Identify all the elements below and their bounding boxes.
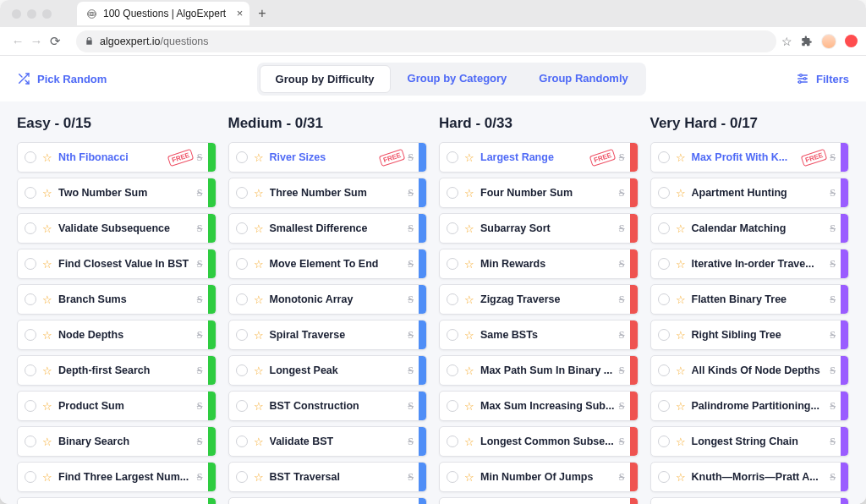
star-icon[interactable]: ☆ xyxy=(464,151,474,164)
scratchpad-icon[interactable]: S xyxy=(619,258,625,271)
scratchpad-icon[interactable]: S xyxy=(197,151,203,164)
window-controls[interactable] xyxy=(8,9,52,19)
scratchpad-icon[interactable]: S xyxy=(830,187,836,200)
question-card[interactable]: ☆Find Closest Value In BSTS xyxy=(17,249,216,279)
scratchpad-icon[interactable]: S xyxy=(830,471,836,484)
scratchpad-icon[interactable]: S xyxy=(197,400,203,413)
scratchpad-icon[interactable]: S xyxy=(830,400,836,413)
scratchpad-icon[interactable]: S xyxy=(619,364,625,377)
forward-button[interactable]: → xyxy=(27,34,46,48)
scratchpad-icon[interactable]: S xyxy=(619,187,625,200)
star-icon[interactable]: ☆ xyxy=(781,35,792,48)
scratchpad-icon[interactable]: S xyxy=(619,471,625,484)
question-card[interactable]: ☆Three Number SumS xyxy=(228,178,428,208)
star-icon[interactable]: ☆ xyxy=(42,436,52,448)
scratchpad-icon[interactable]: S xyxy=(408,151,414,164)
star-icon[interactable]: ☆ xyxy=(676,222,686,235)
scratchpad-icon[interactable]: S xyxy=(408,222,414,235)
question-card[interactable]: ☆BST TraversalS xyxy=(228,462,428,492)
question-card[interactable]: ☆Longest PeakS xyxy=(228,355,428,386)
scratchpad-icon[interactable]: S xyxy=(830,258,836,271)
question-card[interactable]: ☆Subarray SortS xyxy=(439,213,639,244)
question-card[interactable]: ☆Max Path Sum In Binary ...S xyxy=(439,355,639,386)
star-icon[interactable]: ☆ xyxy=(676,400,686,413)
scratchpad-icon[interactable]: S xyxy=(619,293,625,306)
completion-radio[interactable] xyxy=(658,364,670,376)
question-card[interactable]: ☆Water AreaS xyxy=(439,497,639,504)
completion-radio[interactable] xyxy=(447,400,458,412)
scratchpad-icon[interactable]: S xyxy=(830,329,836,342)
star-icon[interactable]: ☆ xyxy=(254,471,264,484)
completion-radio[interactable] xyxy=(236,329,248,341)
scratchpad-icon[interactable]: S xyxy=(408,258,414,271)
scratchpad-icon[interactable]: S xyxy=(197,222,203,235)
scratchpad-icon[interactable]: S xyxy=(830,436,836,448)
completion-radio[interactable] xyxy=(447,436,458,447)
question-card[interactable]: ☆Largest RangeFREES xyxy=(439,142,639,173)
star-icon[interactable]: ☆ xyxy=(464,187,474,200)
star-icon[interactable]: ☆ xyxy=(676,258,686,271)
question-card[interactable]: ☆Monotonic ArrayS xyxy=(228,284,428,315)
star-icon[interactable]: ☆ xyxy=(42,187,52,200)
scratchpad-icon[interactable]: S xyxy=(408,187,414,200)
scratchpad-icon[interactable]: S xyxy=(619,400,625,413)
completion-radio[interactable] xyxy=(658,187,670,199)
question-card[interactable]: ☆Max Sum Increasing Sub...S xyxy=(439,391,639,421)
completion-radio[interactable] xyxy=(658,293,670,305)
extension-badge[interactable] xyxy=(845,35,858,47)
star-icon[interactable]: ☆ xyxy=(254,436,264,448)
completion-radio[interactable] xyxy=(25,400,36,412)
completion-radio[interactable] xyxy=(25,151,36,163)
star-icon[interactable]: ☆ xyxy=(254,187,264,200)
completion-radio[interactable] xyxy=(447,258,458,270)
star-icon[interactable]: ☆ xyxy=(42,364,52,377)
question-card[interactable]: ☆Smallest DifferenceS xyxy=(228,213,428,244)
question-card[interactable]: ☆Four Number SumS xyxy=(439,178,639,208)
question-card[interactable]: ☆Move Element To EndS xyxy=(228,249,428,279)
question-card[interactable]: ☆Product SumS xyxy=(17,391,216,421)
scratchpad-icon[interactable]: S xyxy=(197,364,203,377)
completion-radio[interactable] xyxy=(25,187,36,199)
scratchpad-icon[interactable]: S xyxy=(197,436,203,448)
completion-radio[interactable] xyxy=(236,222,248,234)
filters-button[interactable]: Filters xyxy=(796,72,849,85)
scratchpad-icon[interactable]: S xyxy=(830,293,836,306)
scratchpad-icon[interactable]: S xyxy=(408,400,414,413)
tab-group-randomly[interactable]: Group Randomly xyxy=(523,65,643,93)
question-card[interactable]: ☆Validate BSTS xyxy=(228,426,428,457)
question-card[interactable]: ☆Right Sibling TreeS xyxy=(650,320,850,350)
completion-radio[interactable] xyxy=(236,471,248,483)
star-icon[interactable]: ☆ xyxy=(254,151,264,164)
completion-radio[interactable] xyxy=(25,258,36,270)
completion-radio[interactable] xyxy=(658,400,670,412)
scratchpad-icon[interactable]: S xyxy=(619,329,625,342)
completion-radio[interactable] xyxy=(236,187,248,199)
scratchpad-icon[interactable]: S xyxy=(408,293,414,306)
completion-radio[interactable] xyxy=(236,151,248,163)
close-window[interactable] xyxy=(12,9,21,19)
scratchpad-icon[interactable]: S xyxy=(197,293,203,306)
question-card[interactable]: ☆Find Three Largest Num...S xyxy=(17,462,216,492)
question-card[interactable]: ☆Rectangle ManiaS xyxy=(650,497,850,504)
scratchpad-icon[interactable]: S xyxy=(830,364,836,377)
completion-radio[interactable] xyxy=(25,329,36,341)
scratchpad-icon[interactable]: S xyxy=(830,151,836,164)
star-icon[interactable]: ☆ xyxy=(464,222,474,235)
scratchpad-icon[interactable]: S xyxy=(197,471,203,484)
completion-radio[interactable] xyxy=(236,258,248,270)
star-icon[interactable]: ☆ xyxy=(464,329,474,342)
completion-radio[interactable] xyxy=(658,471,670,483)
star-icon[interactable]: ☆ xyxy=(676,151,686,164)
star-icon[interactable]: ☆ xyxy=(464,471,474,484)
question-card[interactable]: ☆Nth FibonacciFREES xyxy=(17,142,216,173)
question-card[interactable]: ☆Binary SearchS xyxy=(17,426,216,457)
star-icon[interactable]: ☆ xyxy=(464,400,474,413)
star-icon[interactable]: ☆ xyxy=(42,151,52,164)
question-card[interactable]: ☆River SizesFREES xyxy=(228,142,428,173)
completion-radio[interactable] xyxy=(658,436,670,447)
question-card[interactable]: ☆All Kinds Of Node DepthsS xyxy=(650,355,850,386)
completion-radio[interactable] xyxy=(658,329,670,341)
completion-radio[interactable] xyxy=(658,222,670,234)
completion-radio[interactable] xyxy=(236,293,248,305)
question-card[interactable]: ☆Knuth—Morris—Pratt A...S xyxy=(650,462,850,492)
